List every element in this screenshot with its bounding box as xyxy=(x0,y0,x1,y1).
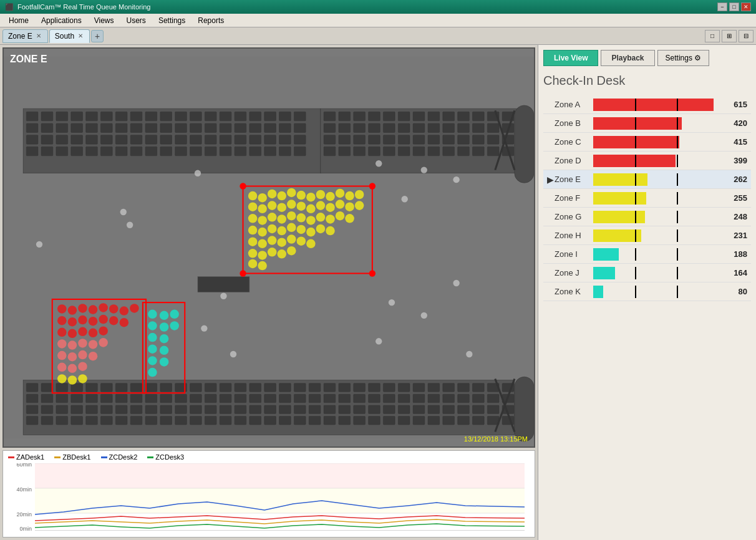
restore-button[interactable]: □ xyxy=(729,2,739,11)
zone-i-tick2 xyxy=(677,248,678,261)
svg-rect-252 xyxy=(294,417,306,425)
close-button[interactable]: ✕ xyxy=(741,2,751,11)
zone-row-b[interactable]: Zone B 420 xyxy=(543,114,751,133)
add-tab-button[interactable]: + xyxy=(91,30,104,42)
zone-row-a[interactable]: Zone A 615 xyxy=(543,95,751,114)
zone-row-g[interactable]: Zone G 248 xyxy=(543,208,751,226)
svg-rect-51 xyxy=(190,135,202,145)
quad-view-button[interactable]: ⊞ xyxy=(722,30,737,42)
zone-row-d[interactable]: Zone D 399 xyxy=(543,152,751,170)
legend-zcdesk2: ZCDesk2 xyxy=(101,453,138,461)
svg-point-319 xyxy=(326,226,335,236)
menu-reports[interactable]: Reports xyxy=(191,15,230,26)
nine-view-button[interactable]: ⊟ xyxy=(739,30,754,42)
svg-point-321 xyxy=(258,239,267,249)
svg-point-377 xyxy=(148,333,157,342)
svg-rect-87 xyxy=(443,112,455,121)
svg-rect-83 xyxy=(383,112,395,121)
menu-views[interactable]: Views xyxy=(88,15,120,26)
legend-label-zcdesk3: ZCDesk3 xyxy=(155,453,184,461)
chart-legend: ZADesk1 ZBDesk1 ZCDesk2 ZCDesk3 xyxy=(3,451,535,463)
zone-g-count: 248 xyxy=(722,212,747,221)
svg-rect-116 xyxy=(487,135,499,145)
svg-point-272 xyxy=(240,183,246,189)
svg-rect-188 xyxy=(324,394,336,402)
svg-rect-262 xyxy=(443,417,455,425)
svg-point-391 xyxy=(421,312,427,319)
zone-c-tick2 xyxy=(677,136,678,148)
zone-e-tick2 xyxy=(677,173,678,186)
live-view-button[interactable]: Live View xyxy=(543,50,598,66)
svg-rect-235 xyxy=(41,417,53,425)
svg-point-306 xyxy=(306,216,316,225)
svg-rect-38 xyxy=(279,123,291,133)
svg-point-351 xyxy=(68,329,77,339)
zone-row-j[interactable]: Zone J 164 xyxy=(543,264,751,282)
zone-row-e[interactable]: ▶ Zone E 262 xyxy=(543,170,751,189)
svg-text:20min: 20min xyxy=(16,511,32,518)
svg-rect-245 xyxy=(190,417,202,425)
svg-rect-170 xyxy=(56,394,68,402)
zone-row-k[interactable]: Zone K 80 xyxy=(543,282,751,301)
main-content: ZONE E 13/12/2018 13:15PM xyxy=(0,45,756,540)
svg-rect-246 xyxy=(205,417,216,425)
zone-b-bar xyxy=(593,117,682,130)
zone-i-bar-container xyxy=(593,248,720,261)
legend-dot-zadesk1 xyxy=(8,456,14,458)
svg-rect-43 xyxy=(71,135,83,145)
svg-rect-196 xyxy=(443,394,455,402)
playback-button[interactable]: Playback xyxy=(601,50,654,66)
svg-point-388 xyxy=(195,170,201,176)
svg-rect-142 xyxy=(130,383,142,392)
zone-i-tick1 xyxy=(635,248,636,261)
menu-users[interactable]: Users xyxy=(120,15,152,26)
zone-e-bar-container xyxy=(593,173,720,186)
tab-zone-e-close[interactable]: ✕ xyxy=(35,32,42,39)
svg-point-281 xyxy=(297,191,306,200)
svg-point-385 xyxy=(453,176,459,183)
tab-south-label: South xyxy=(55,32,74,41)
menu-applications[interactable]: Applications xyxy=(35,15,88,26)
svg-rect-264 xyxy=(473,417,485,425)
svg-rect-202 xyxy=(41,405,53,413)
tab-zone-e[interactable]: Zone E ✕ xyxy=(2,29,48,43)
settings-button[interactable]: Settings ⚙ xyxy=(657,50,710,66)
zone-k-tick1 xyxy=(635,286,636,298)
svg-point-323 xyxy=(277,238,286,247)
svg-rect-93 xyxy=(339,123,351,133)
zone-b-count: 420 xyxy=(722,118,747,128)
svg-rect-197 xyxy=(458,394,470,402)
svg-rect-115 xyxy=(473,135,485,145)
svg-rect-131 xyxy=(515,105,534,183)
svg-rect-255 xyxy=(339,417,351,425)
zone-row-c[interactable]: Zone C 415 xyxy=(543,133,751,152)
svg-rect-94 xyxy=(354,123,366,133)
svg-rect-161 xyxy=(413,383,425,392)
tab-south[interactable]: South ✕ xyxy=(49,29,90,43)
zone-row-i[interactable]: Zone I 188 xyxy=(543,245,751,264)
svg-rect-61 xyxy=(56,147,68,156)
svg-point-295 xyxy=(316,201,326,210)
zone-row-h[interactable]: Zone H 231 xyxy=(543,226,751,245)
svg-rect-64 xyxy=(100,147,112,156)
svg-point-343 xyxy=(57,316,67,325)
svg-point-348 xyxy=(109,316,119,325)
svg-rect-29 xyxy=(145,123,157,133)
zone-row-f[interactable]: Zone F 255 xyxy=(543,189,751,208)
tab-south-close[interactable]: ✕ xyxy=(77,32,84,39)
svg-point-284 xyxy=(326,192,335,201)
svg-point-394 xyxy=(120,209,127,215)
minimize-button[interactable]: − xyxy=(717,2,727,11)
svg-point-327 xyxy=(248,249,258,258)
svg-rect-119 xyxy=(339,147,351,156)
svg-point-386 xyxy=(402,196,408,202)
zone-k-tick2 xyxy=(677,286,678,298)
menu-home[interactable]: Home xyxy=(2,15,35,26)
svg-rect-40 xyxy=(26,135,38,145)
legend-label-zbdesk1: ZBDesk1 xyxy=(62,453,90,461)
single-view-button[interactable]: □ xyxy=(705,30,720,42)
menu-settings[interactable]: Settings xyxy=(152,15,191,26)
svg-point-341 xyxy=(120,306,129,316)
svg-point-363 xyxy=(89,352,98,361)
zone-c-bar-container xyxy=(593,136,720,148)
